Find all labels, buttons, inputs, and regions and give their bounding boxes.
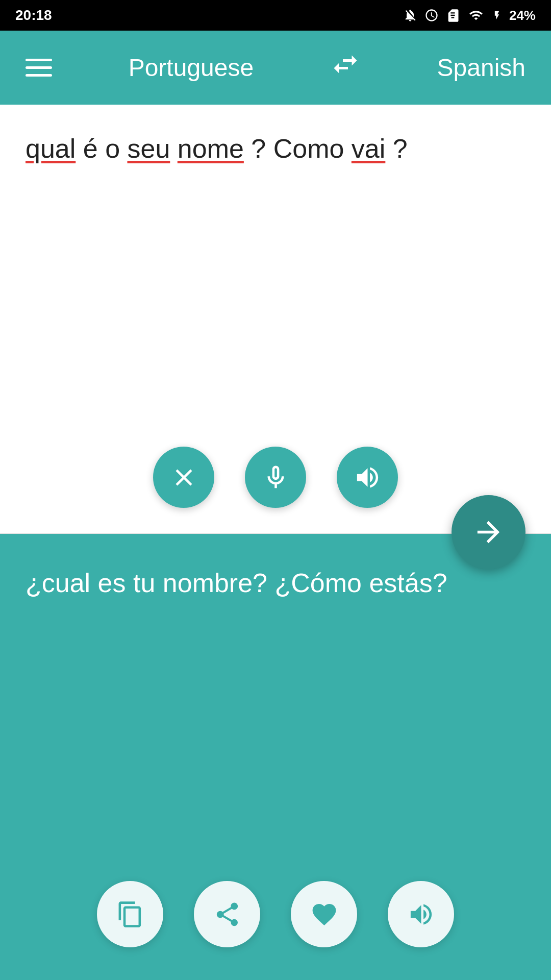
microphone-button[interactable]: [245, 447, 306, 508]
output-actions: [26, 881, 525, 958]
word-seu: seu: [128, 134, 170, 163]
word-end: ?: [393, 134, 408, 163]
speak-input-button[interactable]: [337, 447, 398, 508]
word-como: ? Como: [251, 134, 352, 163]
input-actions: [26, 447, 525, 518]
target-language[interactable]: Spanish: [437, 54, 525, 82]
share-button[interactable]: [194, 881, 260, 947]
word-e: é o: [83, 134, 128, 163]
battery-text: 24%: [509, 8, 536, 23]
word-qual: qual: [26, 134, 76, 163]
main-content: qual é o seu nome ? Como vai ?: [0, 105, 551, 980]
source-language[interactable]: Portuguese: [129, 54, 254, 82]
toolbar: Portuguese Spanish: [0, 31, 551, 105]
input-text[interactable]: qual é o seu nome ? Como vai ?: [26, 130, 525, 436]
charging-icon: [492, 8, 502, 22]
notification-muted-icon: [403, 8, 417, 22]
status-time: 20:18: [15, 7, 52, 23]
alarm-icon: [424, 8, 439, 22]
swap-languages-button[interactable]: [330, 49, 361, 86]
translate-button[interactable]: [452, 495, 525, 569]
input-area: qual é o seu nome ? Como vai ?: [0, 105, 551, 534]
status-bar: 20:18 24%: [0, 0, 551, 31]
signal-icon: [467, 8, 485, 22]
favorite-button[interactable]: [291, 881, 357, 947]
word-vai: vai: [352, 134, 385, 163]
clear-button[interactable]: [153, 447, 214, 508]
copy-button[interactable]: [97, 881, 163, 947]
speak-output-button[interactable]: [388, 881, 454, 947]
output-text: ¿cual es tu nombre? ¿Cómo estás?: [26, 565, 525, 871]
menu-button[interactable]: [26, 59, 52, 77]
output-area: ¿cual es tu nombre? ¿Cómo estás?: [0, 534, 551, 980]
sim-icon: [446, 8, 460, 22]
status-icons: 24%: [403, 8, 536, 23]
word-nome: nome: [178, 134, 244, 163]
